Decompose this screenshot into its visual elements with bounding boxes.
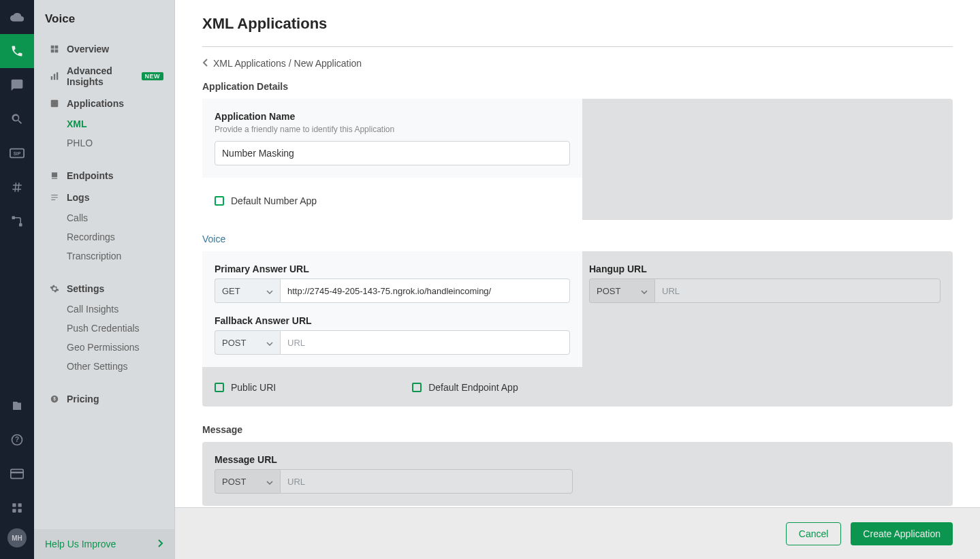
breadcrumb[interactable]: XML Applications / New Application [175, 47, 980, 81]
chevron-down-icon [266, 338, 273, 348]
rail-apps-icon[interactable] [0, 491, 34, 525]
insights-icon [49, 71, 60, 82]
sidebar-sub-xml[interactable]: XML [34, 114, 174, 133]
rail-messages-icon[interactable] [0, 68, 34, 102]
main-content: XML Applications XML Applications / New … [175, 0, 980, 559]
svg-rect-14 [51, 50, 54, 53]
chevron-down-icon [266, 286, 273, 296]
rail-help-icon[interactable]: ? [0, 423, 34, 457]
section-message-label: Message [175, 406, 980, 442]
fallback-url-input[interactable] [280, 330, 570, 355]
sidebar-sub-transcription[interactable]: Transcription [34, 246, 174, 266]
rail-billing-icon[interactable] [0, 457, 34, 491]
app-name-input[interactable] [215, 141, 570, 165]
default-number-app-label: Default Number App [231, 195, 317, 206]
sidebar-item-pricing[interactable]: $ Pricing [34, 388, 174, 410]
public-uri-label: Public URI [231, 382, 276, 393]
sidebar-sub-push[interactable]: Push Credentials [34, 319, 174, 338]
chevron-left-icon [202, 58, 208, 69]
rail-hash-icon[interactable] [0, 170, 34, 204]
hangup-method-select[interactable]: POST [589, 278, 654, 303]
page-title: XML Applications [175, 0, 980, 39]
message-method-select[interactable]: POST [215, 469, 280, 494]
svg-rect-10 [12, 509, 16, 513]
avatar-initials: MH [7, 528, 27, 547]
hangup-url-input[interactable] [654, 278, 941, 303]
footer-bar: Cancel Create Application [175, 507, 980, 559]
help-us-improve[interactable]: Help Us Improve [34, 529, 174, 559]
default-number-app-checkbox[interactable] [215, 196, 224, 206]
svg-rect-15 [55, 50, 59, 53]
fallback-answer-url-label: Fallback Answer URL [215, 315, 570, 326]
chevron-down-icon [266, 477, 273, 487]
breadcrumb-text: XML Applications / New Application [213, 58, 362, 69]
new-badge: NEW [142, 72, 164, 80]
rail-search-icon[interactable] [0, 102, 34, 136]
sidebar-item-overview[interactable]: Overview [34, 38, 174, 60]
primary-url-input[interactable] [280, 278, 570, 303]
rail-flow-icon[interactable] [0, 204, 34, 238]
rail-sip-icon[interactable]: SIP [0, 136, 34, 170]
primary-method-select[interactable]: GET [215, 278, 280, 303]
svg-rect-13 [55, 46, 59, 49]
public-uri-checkbox[interactable] [215, 383, 224, 392]
sidebar-label-overview: Overview [67, 44, 109, 54]
sidebar-title: Voice [34, 0, 174, 38]
svg-rect-12 [51, 46, 54, 49]
sidebar-item-settings[interactable]: Settings [34, 278, 174, 300]
svg-rect-17 [54, 74, 55, 80]
sidebar-item-logs[interactable]: Logs [34, 187, 174, 208]
chevron-right-icon [158, 539, 163, 549]
default-endpoint-app-label: Default Endpoint App [428, 382, 518, 393]
gear-icon [49, 283, 60, 294]
svg-rect-2 [12, 217, 16, 220]
sidebar-label-advanced-insights: Advanced Insights [67, 65, 132, 87]
help-improve-label: Help Us Improve [45, 539, 116, 549]
fallback-method-value: POST [222, 338, 246, 348]
section-voice-label: Voice [202, 234, 582, 244]
primary-method-value: GET [222, 286, 240, 296]
sidebar-label-settings: Settings [67, 283, 104, 294]
sidebar-item-applications[interactable]: Applications [34, 93, 174, 114]
primary-answer-url-label: Primary Answer URL [215, 263, 570, 274]
sidebar-sub-recordings[interactable]: Recordings [34, 227, 174, 246]
sidebar-label-endpoints: Endpoints [67, 170, 113, 181]
create-application-button[interactable]: Create Application [851, 522, 953, 545]
message-url-input[interactable] [280, 469, 573, 494]
endpoints-icon [49, 170, 60, 181]
rail-avatar[interactable]: MH [0, 525, 34, 559]
svg-rect-11 [18, 509, 22, 513]
applications-icon [49, 98, 60, 109]
sidebar-sub-geo[interactable]: Geo Permissions [34, 338, 174, 357]
icon-rail: SIP ? MH [0, 0, 34, 559]
message-url-label: Message URL [215, 454, 573, 465]
sidebar-sub-call-insights[interactable]: Call Insights [34, 300, 174, 319]
sidebar-item-endpoints[interactable]: Endpoints [34, 165, 174, 187]
hangup-method-value: POST [597, 286, 620, 296]
svg-text:$: $ [53, 396, 56, 402]
rail-docs-icon[interactable] [0, 389, 34, 423]
default-endpoint-app-checkbox[interactable] [412, 383, 422, 392]
svg-rect-18 [57, 72, 58, 80]
app-name-help: Provide a friendly name to identify this… [215, 125, 570, 134]
chevron-down-icon [641, 286, 648, 296]
rail-cloud-icon[interactable] [0, 0, 34, 34]
logs-icon [49, 192, 60, 203]
sidebar-label-applications: Applications [67, 98, 124, 109]
pricing-icon: $ [49, 394, 60, 404]
svg-rect-3 [19, 223, 22, 227]
svg-rect-6 [11, 469, 23, 478]
sidebar-sub-other[interactable]: Other Settings [34, 357, 174, 376]
dashboard-icon [49, 44, 60, 54]
sidebar-sub-calls[interactable]: Calls [34, 208, 174, 227]
svg-rect-9 [18, 503, 22, 507]
sidebar-item-advanced-insights[interactable]: Advanced Insights NEW [34, 60, 174, 93]
svg-rect-8 [12, 503, 16, 507]
cancel-button[interactable]: Cancel [786, 522, 842, 545]
sidebar-sub-phlo[interactable]: PHLO [34, 133, 174, 153]
sidebar: Voice Overview Advanced Insights NEW App… [34, 0, 175, 559]
message-method-value: POST [222, 477, 246, 487]
rail-voice-icon[interactable] [0, 34, 34, 68]
hangup-url-label: Hangup URL [589, 263, 941, 274]
fallback-method-select[interactable]: POST [215, 330, 280, 355]
